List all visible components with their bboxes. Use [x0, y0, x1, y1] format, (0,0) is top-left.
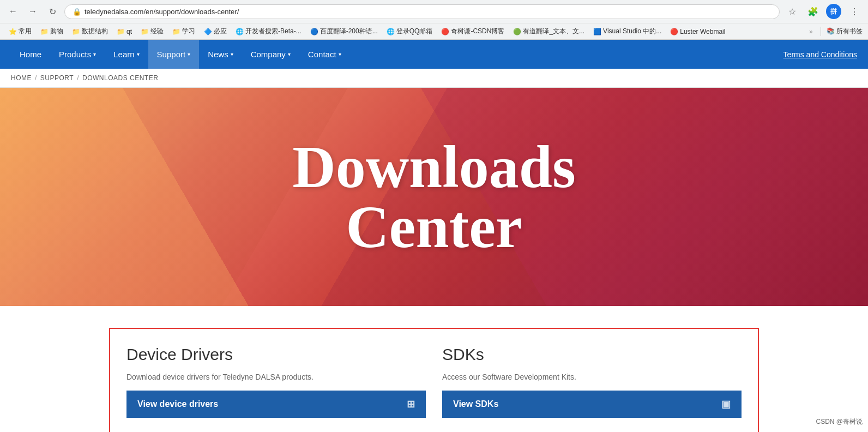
bookmark-icon: 📁: [40, 28, 49, 35]
bookmark-label: 登录QQ邮箱: [396, 27, 433, 36]
extensions-button[interactable]: 🧩: [805, 3, 821, 20]
watermark: CSDN @奇树说: [816, 417, 863, 427]
breadcrumb: HOME / SUPPORT / DOWNLOADS CENTER: [11, 74, 857, 82]
bookmark-label: 购物: [50, 27, 63, 36]
bookmark-label: 常用: [19, 27, 32, 36]
nav-item-support[interactable]: Support ▾: [148, 40, 200, 69]
bookmark-icon: 🔵: [310, 28, 318, 35]
bookmark-item[interactable]: 🌐 登录QQ邮箱: [383, 26, 436, 37]
nav-label: Home: [20, 50, 41, 59]
bookmark-item[interactable]: 📁 学习: [169, 26, 198, 37]
sdks-icon: ▣: [721, 398, 731, 410]
forward-button[interactable]: →: [25, 4, 40, 19]
bookmark-item[interactable]: 🟦 Visual Studio 中的...: [590, 26, 665, 37]
profile-button[interactable]: 拼: [825, 3, 842, 20]
nav-item-news[interactable]: News ▾: [199, 40, 242, 69]
browser-toolbar: ← → ↻ 🔒 ☆ 🧩 拼 ⋮: [0, 0, 868, 23]
bookmark-label: 必应: [214, 27, 227, 36]
chevron-down-icon: ▾: [188, 51, 190, 57]
bookmark-icon: 🌐: [387, 28, 395, 35]
bookmark-item[interactable]: 📁 qt: [113, 27, 135, 37]
device-drivers-card: Device Drivers Download device drivers f…: [126, 345, 426, 418]
sdks-card: SDKs Access our Software Development Kit…: [442, 345, 742, 418]
breadcrumb-current: DOWNLOADS CENTER: [82, 74, 158, 82]
chevron-down-icon: ▾: [231, 51, 233, 57]
bookmark-label: 奇树谦-CSDN博客: [451, 27, 504, 36]
bookmark-icon: 🔴: [441, 28, 449, 35]
nav-label: Support: [157, 50, 186, 59]
hero-title-line1: Downloads: [292, 137, 576, 197]
sdks-title: SDKs: [442, 345, 742, 364]
bookmarks-overflow: » 📚 所有书签: [809, 27, 863, 36]
bookmark-label: 数据结构: [82, 27, 108, 36]
bookmark-label: 百度翻译-200种语...: [320, 27, 378, 36]
bookmarks-bar: ⭐ 常用 📁 购物 📁 数据结构 📁 qt 📁 经验 📁 学习 🔷 必应 🌐: [0, 23, 868, 39]
bookmark-label: Luster Webmail: [680, 28, 725, 35]
hero-title: Downloads Center: [292, 137, 576, 257]
view-sdks-button[interactable]: View SDKs ▣: [442, 391, 742, 418]
bookmark-icon: ⭐: [9, 28, 17, 35]
bookmark-label: qt: [126, 28, 132, 35]
toolbar-actions: ☆ 🧩 拼 ⋮: [784, 3, 863, 20]
nav-item-contact[interactable]: Contact ▾: [299, 40, 350, 69]
bookmark-label: 开发者搜索-Beta-...: [245, 27, 302, 36]
cards-section: Device Drivers Download device drivers f…: [0, 306, 868, 432]
bookmark-item[interactable]: 📁 数据结构: [69, 26, 111, 37]
device-drivers-icon: ⊞: [407, 398, 415, 410]
hero-title-line2: Center: [292, 197, 576, 257]
cards-container: Device Drivers Download device drivers f…: [109, 328, 759, 432]
bookmark-item[interactable]: 🟢 有道翻译_文本、文...: [510, 26, 588, 37]
nav-label: News: [208, 50, 228, 59]
view-sdks-label: View SDKs: [453, 399, 498, 409]
website: Home Products ▾ Learn ▾ Support ▾ News ▾…: [0, 40, 868, 432]
bookmark-label: 经验: [150, 27, 164, 36]
address-bar[interactable]: 🔒: [64, 4, 780, 19]
refresh-button[interactable]: ↻: [45, 4, 60, 19]
bookmark-item[interactable]: 🔵 百度翻译-200种语...: [307, 26, 381, 37]
nav-label: Learn: [113, 50, 134, 59]
bookmark-item[interactable]: 🔴 Luster Webmail: [667, 27, 728, 37]
nav-item-products[interactable]: Products ▾: [50, 40, 105, 69]
bookmark-item[interactable]: 📁 经验: [137, 26, 167, 37]
bookmark-label: 有道翻译_文本、文...: [523, 27, 584, 36]
breadcrumb-home[interactable]: HOME: [11, 74, 32, 82]
nav-label: Company: [251, 50, 286, 59]
bookmark-icon: 🟢: [513, 28, 521, 35]
bookmark-item[interactable]: 🔴 奇树谦-CSDN博客: [438, 26, 508, 37]
nav-label: Contact: [308, 50, 336, 59]
nav-item-home[interactable]: Home: [11, 40, 50, 69]
bookmark-icon: 🟦: [593, 28, 601, 35]
bookmark-item[interactable]: 📁 购物: [37, 26, 67, 37]
view-device-drivers-label: View device drivers: [137, 399, 218, 409]
bookmark-icon: 🌐: [236, 28, 244, 35]
view-device-drivers-button[interactable]: View device drivers ⊞: [126, 391, 426, 418]
chevron-down-icon: ▾: [137, 51, 140, 57]
nav-item-learn[interactable]: Learn ▾: [105, 40, 148, 69]
bookmark-item[interactable]: ⭐ 常用: [5, 26, 35, 37]
browser-chrome: ← → ↻ 🔒 ☆ 🧩 拼 ⋮ ⭐ 常用 📁 购物 📁 数据结构: [0, 0, 868, 40]
bookmark-icon: 📁: [72, 28, 80, 35]
url-input[interactable]: [85, 8, 771, 16]
star-button[interactable]: ☆: [784, 3, 800, 20]
chevron-down-icon: ▾: [339, 51, 341, 57]
breadcrumb-bar: HOME / SUPPORT / DOWNLOADS CENTER: [0, 69, 868, 88]
breadcrumb-support[interactable]: SUPPORT: [40, 74, 74, 82]
hero-banner: Downloads Center: [0, 88, 868, 306]
terms-link[interactable]: Terms and Conditions: [783, 50, 857, 59]
bookmark-icon: 🔴: [670, 28, 678, 35]
bookmark-icon: 📁: [141, 28, 149, 35]
chevron-down-icon: ▾: [288, 51, 291, 57]
bookmark-item[interactable]: 🔷 必应: [201, 26, 230, 37]
back-button[interactable]: ←: [5, 4, 21, 19]
menu-button[interactable]: ⋮: [846, 3, 863, 20]
nav-items: Home Products ▾ Learn ▾ Support ▾ News ▾…: [11, 40, 783, 69]
user-avatar: 拼: [826, 4, 841, 19]
device-drivers-description: Download device drivers for Teledyne DAL…: [126, 371, 426, 383]
breadcrumb-separator: /: [35, 74, 37, 82]
sdks-description: Access our Software Development Kits.: [442, 371, 742, 383]
lock-icon: 🔒: [73, 8, 81, 16]
bookmark-icon: 📁: [117, 28, 125, 35]
bookmark-item[interactable]: 🌐 开发者搜索-Beta-...: [232, 26, 305, 37]
nav-label: Products: [59, 50, 91, 59]
nav-item-company[interactable]: Company ▾: [242, 40, 299, 69]
